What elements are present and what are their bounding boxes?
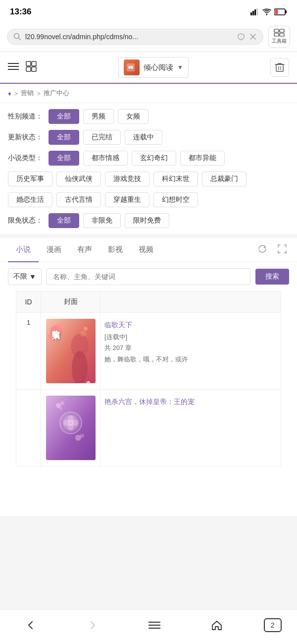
svg-line-8	[19, 38, 21, 40]
update-filter-row: 更新状态： 全部 已完结 连载中	[8, 130, 289, 145]
type-tag-11[interactable]: 穿越重生	[105, 192, 149, 207]
type-filter-row: 小说类型： 全部 都市情感 玄幻奇幻 都市异能	[8, 151, 289, 166]
address-bar[interactable]: l20.99novel.cn/admin.php/cdms/no... !	[7, 29, 263, 45]
type-tag-2[interactable]: 玄幻奇幻	[132, 151, 176, 166]
book-cover-2[interactable]	[46, 396, 96, 460]
book-chapters-1: 共 207 章	[104, 344, 277, 352]
content-tabs: 小说 漫画 有声 影视 视频	[0, 238, 297, 262]
svg-rect-12	[274, 29, 279, 32]
tab-manga[interactable]: 漫画	[39, 238, 69, 262]
toolbox-button[interactable]: 工具箱	[268, 26, 290, 48]
type-tag-0[interactable]: 全部	[49, 151, 79, 166]
book-title-1[interactable]: 临歌天下	[104, 321, 277, 330]
type-filter-tags3: 婚恋生活 古代言情 穿越重生 幻想时空	[8, 192, 198, 207]
type-tag-1[interactable]: 都市情感	[83, 151, 128, 166]
brand-dropdown-arrow: ▼	[177, 64, 183, 71]
type-tag-9[interactable]: 婚恋生活	[8, 192, 52, 207]
data-table-wrapper: ID 封面 1	[0, 291, 297, 467]
update-tag-1[interactable]: 已完结	[83, 130, 121, 145]
grid-button[interactable]	[26, 61, 37, 74]
cell-id-2	[16, 390, 41, 467]
search-button[interactable]: 搜索	[255, 269, 289, 285]
search-icon	[13, 33, 21, 41]
update-tag-2[interactable]: 连载中	[125, 130, 162, 145]
refresh-button[interactable]	[255, 242, 269, 258]
forward-button[interactable]	[77, 618, 108, 633]
svg-rect-20	[32, 61, 36, 66]
book-cover-title-1: 临歌天下	[51, 324, 61, 328]
brand-logo-button[interactable]: 📖 倾心阅读 ▼	[118, 57, 189, 78]
svg-point-41	[59, 407, 62, 410]
col-header-cover: 封面	[41, 292, 100, 313]
svg-rect-14	[274, 33, 279, 36]
limit-tag-0[interactable]: 全部	[49, 213, 79, 228]
menu-button[interactable]	[139, 619, 170, 632]
type-tag-3[interactable]: 都市异能	[180, 151, 225, 166]
book-title-2[interactable]: 艳杀六宫，休掉皇帝：王的宠	[104, 398, 277, 407]
nav-left	[8, 61, 37, 74]
type-filter-tags: 全部 都市情感 玄幻奇幻 都市异能	[49, 151, 225, 166]
breadcrumb-marketing[interactable]: 营销	[21, 89, 34, 98]
cell-id-1: 1	[16, 313, 41, 390]
svg-rect-15	[280, 33, 284, 36]
cell-cover-2	[41, 390, 100, 467]
hamburger-button[interactable]	[8, 62, 19, 72]
search-bar: 不限 ▼ 搜索	[0, 262, 297, 291]
breadcrumb-sep2: >	[37, 90, 41, 97]
search-dropdown[interactable]: 不限 ▼	[8, 268, 42, 285]
type-tag-8[interactable]: 总裁豪门	[202, 172, 247, 186]
svg-rect-3	[256, 8, 258, 15]
type-tag-6[interactable]: 游戏竞技	[105, 172, 149, 186]
table-row: 艳杀六宫，休掉皇帝：王的宠	[16, 390, 281, 467]
type-tag-4[interactable]: 历史军事	[8, 172, 52, 186]
limit-tag-2[interactable]: 限时免费	[125, 213, 169, 228]
status-icons	[250, 8, 287, 15]
book-status-1: [连载中]	[104, 333, 277, 342]
update-tag-0[interactable]: 全部	[49, 130, 79, 145]
tab-counter-button[interactable]: 2	[264, 618, 282, 632]
svg-rect-13	[280, 29, 284, 32]
home-button[interactable]	[201, 617, 233, 633]
browser-bar: l20.99novel.cn/admin.php/cdms/no... ! 工具…	[0, 22, 297, 52]
col-header-id: ID	[16, 292, 41, 313]
fullscreen-button[interactable]	[275, 242, 289, 258]
tab-actions	[255, 242, 289, 258]
type-tag-12[interactable]: 幻想时空	[153, 192, 198, 207]
close-icon[interactable]	[249, 33, 257, 41]
toolbox-label: 工具箱	[272, 38, 287, 45]
filter-section: 性别频道： 全部 男频 女频 更新状态： 全部 已完结 连载中 小说类型： 全部…	[0, 103, 297, 234]
svg-point-35	[80, 331, 86, 337]
tab-count: 2	[271, 621, 275, 629]
type-tag-5[interactable]: 仙侠武侠	[56, 172, 101, 186]
book-desc-1: 她，舞临歌，哦，不对，或许	[104, 354, 277, 364]
svg-rect-6	[275, 10, 278, 14]
tab-novel[interactable]: 小说	[8, 238, 39, 262]
search-input[interactable]	[53, 273, 244, 281]
search-dropdown-arrow: ▼	[29, 273, 36, 281]
url-text: l20.99novel.cn/admin.php/cdms/no...	[25, 33, 233, 41]
gender-filter-row: 性别频道： 全部 男频 女频	[8, 109, 289, 124]
search-input-wrapper[interactable]	[47, 268, 250, 285]
gender-filter-label: 性别频道：	[8, 109, 43, 121]
back-button[interactable]	[15, 618, 46, 633]
book-info-1: 临歌天下 [连载中] 共 207 章 她，舞临歌，哦，不对，或许	[104, 319, 277, 366]
tab-audio[interactable]: 有声	[69, 238, 100, 262]
svg-rect-19	[26, 61, 31, 66]
limit-filter-tags: 全部 非限免 限时免费	[49, 213, 169, 228]
trash-button[interactable]	[270, 58, 289, 77]
type-tag-10[interactable]: 古代言情	[56, 192, 101, 207]
svg-rect-25	[276, 64, 283, 71]
tab-video[interactable]: 视频	[131, 238, 161, 262]
search-dropdown-label: 不限	[13, 272, 27, 281]
book-cover-1[interactable]: 临歌天下 天命小说	[46, 319, 96, 383]
type-tag-7[interactable]: 科幻末世	[153, 172, 198, 186]
limit-tag-1[interactable]: 非限免	[83, 213, 121, 228]
breadcrumb-promo[interactable]: 推广中心	[44, 89, 69, 98]
gender-tag-2[interactable]: 女频	[118, 109, 148, 124]
update-filter-tags: 全部 已完结 连载中	[49, 130, 162, 145]
svg-rect-2	[254, 9, 256, 15]
table-header-row: ID 封面	[16, 292, 281, 313]
tab-film[interactable]: 影视	[100, 238, 131, 262]
gender-tag-0[interactable]: 全部	[49, 109, 79, 124]
gender-tag-1[interactable]: 男频	[83, 109, 114, 124]
